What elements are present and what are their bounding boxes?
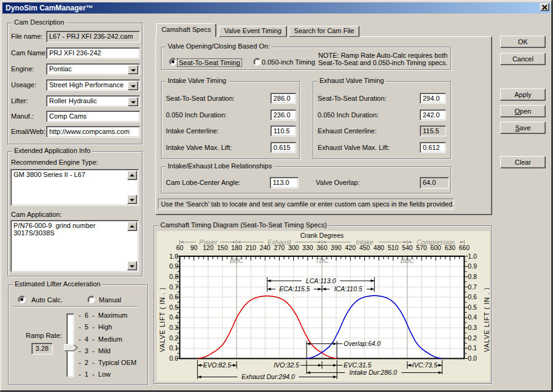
svg-text:EVO:82.5: EVO:82.5 <box>203 361 232 369</box>
svg-text:1.0: 1.0 <box>169 253 178 260</box>
svg-text:330: 330 <box>302 244 313 251</box>
svg-text:300: 300 <box>288 244 299 251</box>
svg-text:0.7: 0.7 <box>169 283 178 291</box>
svg-text:630: 630 <box>445 244 456 251</box>
svg-text:570: 570 <box>416 244 427 251</box>
svg-text:VALVE LIFT ( IN . ): VALVE LIFT ( IN . ) <box>159 287 166 352</box>
svg-text:ECA:115.5: ECA:115.5 <box>279 285 310 292</box>
svg-text:0.3: 0.3 <box>468 324 477 331</box>
svg-text:90: 90 <box>190 244 198 251</box>
svg-text:0.7: 0.7 <box>468 283 477 291</box>
svg-text:0.8: 0.8 <box>169 273 178 280</box>
svg-text:0.6: 0.6 <box>468 293 477 300</box>
svg-text:480: 480 <box>374 244 385 251</box>
svg-text:0.3: 0.3 <box>169 324 178 331</box>
svg-text:0.5: 0.5 <box>169 304 178 311</box>
svg-text:210: 210 <box>245 244 256 251</box>
svg-text:LCA:113.0: LCA:113.0 <box>306 277 336 284</box>
svg-text:Overlap:64.0: Overlap:64.0 <box>343 340 380 347</box>
svg-text:360: 360 <box>316 244 327 251</box>
svg-text:390: 390 <box>331 244 342 251</box>
svg-text:0.1: 0.1 <box>468 344 477 351</box>
svg-text:270: 270 <box>274 244 285 251</box>
svg-text:180: 180 <box>231 244 242 251</box>
svg-text:0.4: 0.4 <box>169 313 178 321</box>
svg-text:660: 660 <box>459 244 470 251</box>
svg-text:BDC: BDC <box>401 257 415 264</box>
svg-text:EVC:31.5: EVC:31.5 <box>343 361 371 369</box>
svg-text:0.2: 0.2 <box>468 334 477 342</box>
svg-text:0.0: 0.0 <box>169 355 178 362</box>
svg-text:120: 120 <box>203 244 214 251</box>
svg-text:IVC:73.5: IVC:73.5 <box>412 361 437 369</box>
svg-text:0.5: 0.5 <box>468 304 477 311</box>
svg-text:IVO:32.5: IVO:32.5 <box>273 361 299 369</box>
svg-text:0.9: 0.9 <box>169 262 178 270</box>
svg-text:Intake Dur:286.0: Intake Dur:286.0 <box>349 369 397 376</box>
svg-text:510: 510 <box>388 244 399 251</box>
svg-text:Crank Degrees: Crank Degrees <box>300 232 344 239</box>
svg-text:VALVE LIFT ( IN . ): VALVE LIFT ( IN . ) <box>483 287 490 352</box>
svg-text:450: 450 <box>359 244 371 251</box>
svg-text:420: 420 <box>345 244 356 251</box>
svg-text:600: 600 <box>430 244 441 251</box>
svg-text:540: 540 <box>402 244 413 251</box>
svg-text:0.6: 0.6 <box>169 293 178 300</box>
svg-text:60: 60 <box>176 244 184 251</box>
svg-text:TDC: TDC <box>315 257 329 264</box>
svg-text:0.2: 0.2 <box>169 334 178 342</box>
svg-text:0.0: 0.0 <box>468 355 477 362</box>
svg-text:0.1: 0.1 <box>169 344 178 351</box>
svg-text:240: 240 <box>260 244 271 251</box>
svg-text:150: 150 <box>217 244 228 251</box>
svg-text:1.0: 1.0 <box>468 253 477 260</box>
svg-text:ICA:110.5: ICA:110.5 <box>334 285 363 292</box>
svg-text:0.8: 0.8 <box>468 273 477 280</box>
svg-text:0.9: 0.9 <box>468 262 477 270</box>
svg-text:BDC: BDC <box>230 257 244 264</box>
svg-text:Exhaust Dur:294.0: Exhaust Dur:294.0 <box>241 373 295 380</box>
svg-text:0.4: 0.4 <box>468 313 477 321</box>
